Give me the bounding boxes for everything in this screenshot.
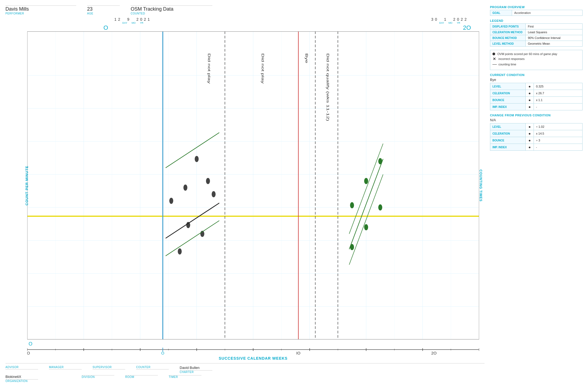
svg-text:Bye: Bye — [305, 53, 309, 63]
organization-label: ORGANIZATION — [5, 380, 38, 383]
age-value: 23 — [87, 6, 120, 12]
start-date: 12 9 2021 DAY MO YR — [114, 17, 151, 24]
legend-dot-text: OVM points scored per 60 mins of game pl… — [497, 52, 557, 56]
goal-value: Acceleration — [512, 10, 583, 16]
celeration-value: x 26.7 — [534, 90, 583, 97]
bounce-value: x 1.1 — [534, 97, 583, 104]
footer-row-2: BiokinetiX ORGANIZATION DIVISION ROOM TI… — [5, 375, 485, 383]
program-overview-title: PROGRAM OVERVIEW — [490, 5, 583, 9]
bounce-label: BOUNCE — [490, 97, 526, 104]
manager-value — [49, 369, 82, 369]
change-title: CHANGE FROM PREVIOUS CONDITION — [490, 114, 583, 117]
legend-item-x: ✕ incorrect responses — [492, 57, 580, 61]
division-label: DIVISION — [82, 375, 114, 378]
dash-icon: — — [492, 62, 496, 66]
organization-field: BiokinetiX ORGANIZATION — [5, 375, 38, 383]
svg-point-34 — [183, 184, 188, 191]
goal-table: GOAL Acceleration — [490, 10, 583, 16]
dot-icon — [492, 53, 495, 55]
svg-text:2O: 2O — [431, 351, 436, 355]
change-celeration-dot: ● — [526, 130, 534, 137]
current-condition-name: Bye — [490, 78, 583, 82]
division-field: DIVISION — [82, 375, 114, 383]
displayed-points-value: First — [526, 24, 583, 29]
counter-label: COUNTER — [136, 366, 169, 369]
room-field: ROOM — [125, 375, 158, 383]
advisor-value — [5, 369, 38, 369]
goal-label: GOAL — [490, 10, 512, 16]
level-value: 0.325 — [534, 83, 583, 90]
svg-text:Did not qualify (wks 11-12): Did not qualify (wks 11-12) — [326, 53, 330, 121]
program-overview-section: PROGRAM OVERVIEW GOAL Acceleration — [490, 5, 583, 16]
x-axis-svg: -IO O IO 2O — [27, 347, 479, 355]
charter-field: David Bullen CHARTER — [180, 366, 212, 374]
legend-dash-text: counting time — [498, 63, 516, 66]
current-condition-title: CURRENT CONDITION — [490, 73, 583, 77]
counter-value — [136, 369, 169, 369]
level-method-value: Geometric Mean — [526, 41, 583, 47]
change-table: LEVEL ● ÷ 1.02 CELERATION ● x 14.5 BOUNC… — [490, 123, 583, 151]
svg-text:O: O — [161, 351, 164, 355]
age-field: 23 AGE — [87, 5, 120, 15]
charter-value: David Bullen — [180, 366, 212, 371]
imp-index-value: - — [534, 104, 583, 110]
change-celeration-value: x 14.5 — [534, 130, 583, 137]
change-level-dot: ● — [526, 123, 534, 130]
svg-text:Did not play: Did not play — [261, 53, 265, 84]
performer-value: Davis Mills — [5, 6, 76, 12]
svg-point-36 — [206, 178, 210, 184]
svg-point-35 — [195, 156, 199, 162]
bounce-method-value: 90% Confidence Interval — [526, 35, 583, 41]
x-zero-label: O — [29, 341, 32, 347]
age-label: AGE — [87, 12, 120, 15]
change-level-value: ÷ 1.02 — [534, 123, 583, 130]
end-date-value: 30 1 2022 — [431, 17, 468, 22]
svg-point-46 — [364, 178, 368, 184]
change-celeration-label: CELERATION — [490, 130, 526, 137]
counted-value: OSM Tracking Data — [131, 6, 212, 12]
manager-label: MANAGER — [49, 366, 82, 369]
organization-value: BiokinetiX — [5, 375, 38, 380]
manager-field: MANAGER — [49, 366, 82, 374]
change-imp-index-dot: ● — [526, 144, 534, 151]
level-dot: ● — [526, 83, 534, 90]
svg-point-40 — [212, 191, 216, 198]
current-condition-table: LEVEL ● 0.325 CELERATION ● x 26.7 BOUNCE… — [490, 83, 583, 110]
change-section: CHANGE FROM PREVIOUS CONDITION N/A LEVEL… — [490, 114, 583, 151]
svg-point-49 — [364, 224, 368, 231]
x-axis-label: SUCCESSIVE CALENDAR WEEKS — [27, 356, 479, 360]
svg-point-37 — [169, 198, 173, 204]
change-imp-index-label: IMP. INDEX — [490, 144, 526, 151]
timer-label: TIMER — [169, 375, 201, 378]
celeration-label: CELERATION — [490, 90, 526, 97]
advisor-field: ADVISOR — [5, 366, 38, 374]
advisor-label: ADVISOR — [5, 366, 38, 369]
celeration-method-value: Least Squares — [526, 29, 583, 35]
bounce-dot: ● — [526, 97, 534, 104]
imp-index-dot: ● — [526, 104, 534, 110]
performer-label: PERFORMER — [5, 12, 76, 15]
right-panel: PROGRAM OVERVIEW GOAL Acceleration LEGEN… — [490, 5, 583, 383]
legend-item-dash: — counting time — [492, 62, 580, 66]
legend-table: DISPLAYED POINTS First CELERATION METHOD… — [490, 23, 583, 47]
svg-point-45 — [350, 202, 354, 208]
imp-index-label: IMP. INDEX — [490, 104, 526, 110]
change-na: N/A — [490, 118, 583, 122]
performer-field: Davis Mills PERFORMER — [5, 5, 76, 15]
change-bounce-value: ÷ 3 — [534, 137, 583, 144]
counted-field: OSM Tracking Data COUNTED — [131, 5, 212, 15]
legend-section: LEGEND DISPLAYED POINTS First CELERATION… — [490, 19, 583, 47]
start-date-value: 12 9 2021 — [114, 17, 151, 22]
legend-item-dot: OVM points scored per 60 mins of game pl… — [492, 52, 580, 56]
timer-field: TIMER — [169, 375, 201, 383]
change-bounce-label: BOUNCE — [490, 137, 526, 144]
y-axis-label: COUNT PER MINUTE — [25, 166, 29, 205]
counting-times-label: COUNTING TIMES — [479, 169, 483, 202]
footer-row: ADVISOR MANAGER SUPERVISOR COUNTER David… — [5, 363, 485, 374]
counter-field: COUNTER — [136, 366, 169, 374]
counted-label: COUNTED — [131, 12, 212, 15]
chart-x-20-top: 2O — [463, 24, 471, 31]
charter-label: CHARTER — [180, 371, 212, 374]
end-date: 30 1 2022 DAY MO YR — [431, 17, 468, 24]
chart-svg: Did not play Did not play Bye Did not qu… — [27, 31, 479, 340]
